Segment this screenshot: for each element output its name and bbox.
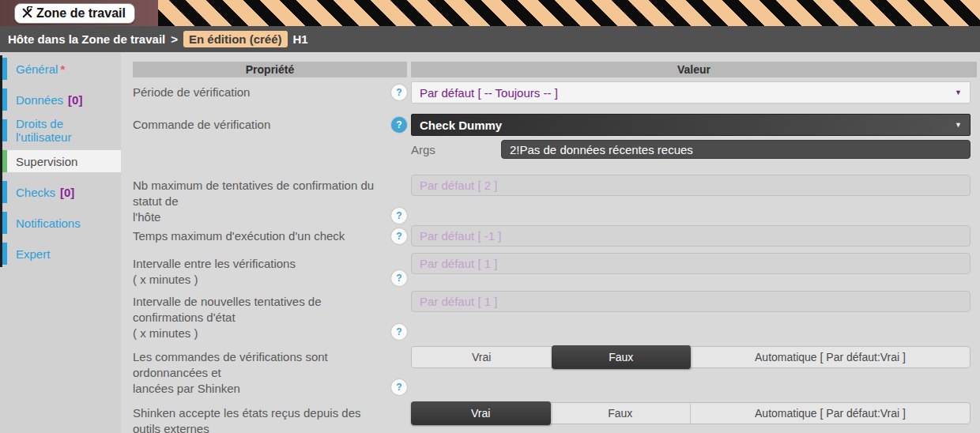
- property-cell: Les commandes de vérifications sont ordo…: [133, 346, 407, 397]
- help-icon[interactable]: ?: [391, 228, 407, 244]
- required-asterisk: *: [60, 62, 65, 76]
- sidebar-item-label: Checks: [16, 186, 55, 199]
- property-label: Période de vérification: [133, 81, 391, 104]
- property-cell: Temps maximum d'exécution d'un check ?: [133, 225, 407, 247]
- content-area: Général * Données [0] Droits de l'utilis…: [0, 52, 980, 433]
- max-check-attempts-input[interactable]: [411, 175, 971, 196]
- help-icon[interactable]: ?: [391, 270, 407, 286]
- workspace-button[interactable]: Zone de travail: [14, 3, 135, 24]
- property-cell: Intervalle de nouvelles tentatives de co…: [133, 291, 407, 341]
- property-cell: Nb maximum de tentatives de confirmation…: [133, 175, 407, 225]
- value-cell: [411, 291, 977, 341]
- status-badge: En édition (créé): [183, 31, 288, 47]
- toggle-option-faux[interactable]: Faux: [551, 403, 692, 424]
- property-label: Shinken accepte les états reçus depuis d…: [133, 402, 391, 433]
- property-cell: Intervalle entre les vérifications ( x m…: [133, 253, 407, 288]
- value-cell: Par défaut [ -- Toujours -- ] ▼: [411, 81, 977, 104]
- table-header: Propriété Valeur: [133, 62, 977, 77]
- banner-left-area: Zone de travail: [0, 0, 158, 26]
- property-cell: Shinken accepte les états reçus depuis d…: [133, 402, 407, 433]
- sidebar-item-donnees[interactable]: Données [0]: [2, 88, 121, 111]
- value-cell: Vrai Faux Automatique [ Par défaut:Vrai …: [411, 402, 977, 433]
- sidebar-item-supervision[interactable]: Supervision: [2, 150, 121, 172]
- value-cell: [411, 175, 977, 225]
- property-label: Intervalle de nouvelles tentatives de co…: [133, 291, 391, 341]
- selected-option: Par défaut [ -- Toujours -- ]: [420, 86, 558, 100]
- sidebar-item-checks[interactable]: Checks [0]: [2, 181, 121, 203]
- breadcrumb-path: Hôte dans la Zone de travail: [8, 32, 165, 46]
- sidebar-item-droits-utilisateur[interactable]: Droits de l'utilisateur: [2, 119, 121, 141]
- property-cell: Commande de vérification ?: [133, 114, 407, 159]
- value-cell: Check Dummy ▼ Args: [411, 114, 977, 159]
- table-row: Nb maximum de tentatives de confirmation…: [133, 175, 977, 225]
- args-row: Args: [411, 140, 971, 159]
- count-badge: [0]: [60, 186, 74, 199]
- help-icon[interactable]: ?: [391, 324, 407, 340]
- toggle-option-automatique[interactable]: Automatique [ Par défaut:Vrai ]: [691, 403, 970, 424]
- table-row: Temps maximum d'exécution d'un check ?: [133, 225, 977, 247]
- check-interval-input[interactable]: [411, 253, 971, 274]
- count-badge: [0]: [68, 93, 82, 107]
- help-icon[interactable]: ?: [391, 117, 407, 133]
- table-row: Période de vérification ? Par défaut [ -…: [133, 81, 977, 104]
- breadcrumb-separator: >: [171, 32, 178, 46]
- check-timeout-input[interactable]: [411, 225, 971, 247]
- column-header-value: Valeur: [411, 62, 977, 77]
- chevron-down-icon: ▼: [955, 88, 962, 96]
- toggle-option-faux[interactable]: Faux: [552, 345, 692, 369]
- sidebar-edge-strip: [0, 55, 2, 267]
- sidebar-item-label: Général: [16, 62, 58, 76]
- column-header-property: Propriété: [133, 62, 407, 77]
- check-period-select[interactable]: Par défaut [ -- Toujours -- ] ▼: [411, 81, 971, 104]
- value-cell: [411, 225, 977, 247]
- breadcrumb: Hôte dans la Zone de travail > En éditio…: [0, 26, 980, 52]
- property-label: Les commandes de vérifications sont ordo…: [133, 346, 391, 397]
- sidebar-item-label: Données: [16, 93, 63, 107]
- sidebar-item-label: Expert: [16, 247, 50, 261]
- toggle-option-automatique[interactable]: Automatique [ Par défaut:Vrai ]: [691, 347, 970, 367]
- sidebar-item-notifications[interactable]: Notifications: [2, 212, 121, 234]
- retry-interval-input[interactable]: [411, 291, 971, 312]
- selected-option: Check Dummy: [420, 119, 502, 132]
- check-command-select[interactable]: Check Dummy ▼: [411, 114, 971, 136]
- table-row: Intervalle entre les vérifications ( x m…: [133, 253, 977, 288]
- args-label: Args: [411, 143, 501, 156]
- supervision-form: Propriété Valeur Période de vérification…: [121, 52, 980, 433]
- value-cell: Vrai Faux Automatique [ Par défaut:Vrai …: [411, 346, 977, 397]
- passive-checks-toggle: Vrai Faux Automatique [ Par défaut:Vrai …: [411, 402, 971, 424]
- toggle-option-vrai[interactable]: Vrai: [411, 401, 552, 425]
- table-row: Shinken accepte les états reçus depuis d…: [133, 402, 977, 433]
- toggle-option-vrai[interactable]: Vrai: [412, 347, 552, 367]
- active-checks-toggle: Vrai Faux Automatique [ Par défaut:Vrai …: [411, 346, 971, 368]
- property-label: Temps maximum d'exécution d'un check: [133, 225, 391, 247]
- value-cell: [411, 253, 977, 288]
- hazard-stripes: [158, 0, 980, 26]
- property-label: Nb maximum de tentatives de confirmation…: [133, 175, 391, 225]
- property-label: Commande de vérification: [133, 114, 391, 159]
- property-cell: Période de vérification ?: [133, 81, 407, 104]
- sidebar-item-expert[interactable]: Expert: [2, 243, 121, 265]
- top-banner: Zone de travail: [0, 0, 980, 26]
- host-edit-page: Zone de travail Hôte dans la Zone de tra…: [0, 0, 980, 433]
- property-label: Intervalle entre les vérifications ( x m…: [133, 253, 391, 288]
- table-row: Les commandes de vérifications sont ordo…: [133, 346, 977, 397]
- chevron-down-icon: ▼: [955, 121, 962, 129]
- sidebar: Général * Données [0] Droits de l'utilis…: [0, 52, 121, 433]
- tools-icon: [21, 6, 34, 20]
- help-icon[interactable]: ?: [391, 379, 407, 395]
- breadcrumb-item-name: H1: [293, 32, 308, 46]
- help-icon[interactable]: ?: [391, 208, 407, 224]
- table-row: Intervalle de nouvelles tentatives de co…: [133, 291, 977, 341]
- help-icon[interactable]: ?: [391, 85, 407, 100]
- sidebar-item-label: Notifications: [16, 216, 81, 230]
- sidebar-item-label: Droits de l'utilisateur: [16, 117, 121, 144]
- args-input[interactable]: [501, 140, 971, 159]
- sidebar-item-label: Supervision: [16, 155, 77, 168]
- workspace-button-label: Zone de travail: [36, 6, 126, 21]
- sidebar-item-general[interactable]: Général *: [2, 58, 121, 80]
- table-row: Commande de vérification ? Check Dummy ▼…: [133, 114, 977, 159]
